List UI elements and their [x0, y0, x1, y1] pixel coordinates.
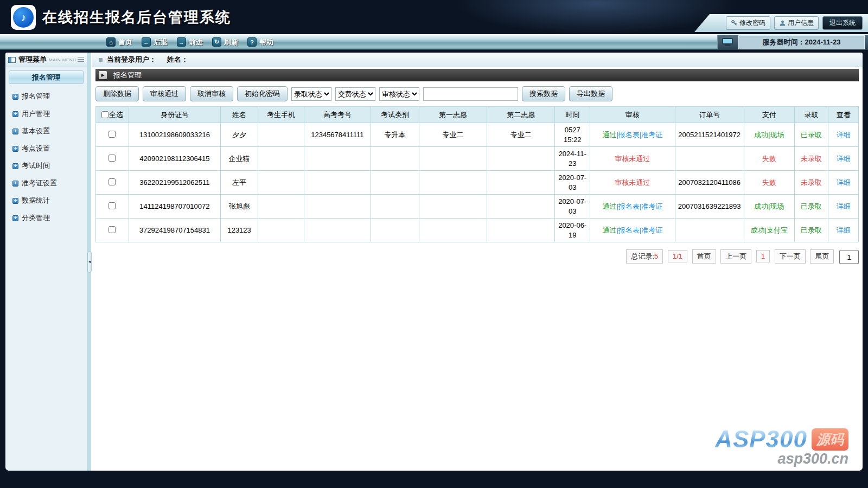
- nav-item-help[interactable]: ? 帮助: [247, 37, 273, 47]
- cell-phone: [258, 147, 304, 171]
- sidebar-item-exam-time[interactable]: +考试时间: [5, 157, 87, 175]
- sidebar-item-users[interactable]: +用户管理: [5, 105, 87, 123]
- payment-status-select[interactable]: 交费状态: [335, 87, 375, 101]
- col-exam-no: 高考考号: [304, 107, 371, 123]
- search-button[interactable]: 搜索数据: [522, 86, 565, 101]
- view-detail-link[interactable]: 详细: [837, 131, 851, 139]
- col-name: 姓名: [221, 107, 258, 123]
- audit-link[interactable]: 报名表: [618, 226, 640, 234]
- user-info-button[interactable]: 用户信息: [774, 16, 819, 30]
- sidebar-item-statistics[interactable]: +数据统计: [5, 192, 87, 209]
- cell-pay: 成功|现场: [744, 123, 794, 147]
- sidebar-group-header[interactable]: 报名管理: [9, 70, 84, 84]
- select-all-label: 全选: [109, 111, 123, 119]
- nav-item-back[interactable]: ← 后退: [142, 37, 168, 47]
- nav-right-section: 服务器时间：2024-11-23: [717, 35, 868, 49]
- view-detail-link[interactable]: 详细: [837, 178, 851, 187]
- col-time: 时间: [555, 107, 590, 123]
- audit-link[interactable]: 准考证: [641, 131, 662, 139]
- bullet-icon: [99, 58, 103, 62]
- reset-password-button[interactable]: 初始化密码: [237, 86, 288, 101]
- admission-status-select[interactable]: 录取状态: [291, 87, 331, 101]
- cell-choice1: [419, 171, 487, 195]
- cell-time: 2020-07- 03: [555, 171, 590, 195]
- table-row: 372924198707154831 123123 2020-06- 19 通过…: [96, 219, 859, 242]
- current-page[interactable]: 1: [756, 250, 770, 262]
- audit-link[interactable]: 报名表: [618, 131, 640, 139]
- audit-status: 审核未通过: [615, 178, 650, 187]
- main-content: 当前登录用户： 姓名： ▶ 报名管理 删除数据 审核通过 取消审核 初始化密码 …: [92, 53, 863, 471]
- audit-link[interactable]: 准考证: [641, 226, 662, 234]
- cell-name: 夕夕: [221, 123, 258, 147]
- hamburger-icon[interactable]: [78, 57, 84, 62]
- sidebar-item-basic-settings[interactable]: +基本设置: [5, 123, 87, 140]
- cell-phone: [258, 219, 304, 242]
- cell-order: 2005211521401972: [675, 123, 744, 147]
- page-number-input[interactable]: [839, 251, 859, 264]
- row-checkbox[interactable]: [108, 155, 116, 162]
- prev-page-button[interactable]: 上一页: [720, 249, 751, 264]
- change-password-button[interactable]: 修改密码: [726, 16, 770, 30]
- nav-menu: ⌂ 首页 ← 后退 → 前进 ↻ 刷新 ? 帮助: [0, 35, 717, 49]
- cell-admit: 已录取: [794, 195, 828, 219]
- select-all-checkbox[interactable]: [101, 111, 108, 118]
- table-header-row: 全选 身份证号 姓名 考生手机 高考考号 考试类别 第一志愿 第二志愿 时间 审…: [96, 107, 859, 123]
- cell-choice2: [487, 147, 555, 171]
- view-detail-link[interactable]: 详细: [837, 226, 851, 234]
- cell-pay: 成功|支付宝: [744, 219, 794, 242]
- plus-square-icon: +: [12, 94, 18, 100]
- sidebar-subtitle: MAIN MENU: [49, 57, 76, 62]
- admit-status: 已录取: [801, 202, 822, 210]
- sidebar-item-registration[interactable]: +报名管理: [5, 88, 87, 105]
- search-input[interactable]: [423, 87, 518, 101]
- col-id: 身份证号: [129, 107, 221, 123]
- cell-choice1: [419, 219, 487, 242]
- nav-item-refresh[interactable]: ↻ 刷新: [212, 37, 238, 47]
- logout-button[interactable]: 退出系统: [822, 16, 863, 30]
- audit-link[interactable]: 准考证: [641, 202, 662, 210]
- cell-exam-no: [304, 171, 371, 195]
- view-detail-link[interactable]: 详细: [837, 155, 851, 163]
- next-page-button[interactable]: 下一页: [775, 249, 806, 264]
- audit-link[interactable]: 报名表: [618, 202, 640, 210]
- view-detail-link[interactable]: 详细: [837, 202, 851, 210]
- col-admit: 录取: [794, 107, 828, 123]
- cell-choice1: 专业二: [419, 123, 487, 147]
- admit-status: 未录取: [801, 155, 822, 163]
- cancel-audit-button[interactable]: 取消审核: [190, 86, 233, 101]
- sidebar-header: 管理菜单 MAIN MENU: [5, 53, 87, 67]
- cell-choice1: [419, 147, 487, 171]
- layout-grid-icon: [8, 57, 16, 63]
- cell-phone: [258, 171, 304, 195]
- export-button[interactable]: 导出数据: [569, 86, 612, 101]
- audit-status: 通过: [602, 202, 616, 210]
- delete-data-button[interactable]: 删除数据: [95, 86, 139, 101]
- monitor-icon: [722, 38, 733, 47]
- cell-pay: 成功|现场: [744, 195, 794, 219]
- cell-time: 2020-06- 19: [555, 219, 590, 242]
- collapse-handle[interactable]: ◄: [87, 251, 92, 273]
- last-page-button[interactable]: 尾页: [810, 249, 834, 264]
- cell-exam-no: [304, 219, 371, 242]
- sidebar-splitter[interactable]: ◄: [87, 53, 92, 471]
- cell-admit: 已录取: [794, 123, 828, 147]
- page-ratio: 1/1: [668, 250, 687, 262]
- toolbar: 删除数据 审核通过 取消审核 初始化密码 录取状态 交费状态 审核状态 搜索数据…: [95, 86, 859, 101]
- row-checkbox[interactable]: [108, 178, 116, 185]
- col-audit: 审核: [590, 107, 675, 123]
- nav-item-home[interactable]: ⌂ 首页: [106, 37, 132, 47]
- sidebar-item-admission-ticket[interactable]: +准考证设置: [5, 175, 87, 192]
- row-checkbox[interactable]: [108, 131, 116, 138]
- row-checkbox[interactable]: [108, 226, 116, 233]
- sidebar-item-categories[interactable]: +分类管理: [5, 209, 87, 227]
- pay-status: 成功|现场: [754, 131, 784, 139]
- approve-button[interactable]: 审核通过: [143, 86, 186, 101]
- nav-item-forward[interactable]: → 前进: [177, 37, 203, 47]
- audit-status: 通过: [602, 131, 616, 139]
- total-records: 总记录:5: [626, 249, 663, 264]
- sidebar-item-exam-sites[interactable]: +考点设置: [5, 140, 87, 157]
- row-checkbox[interactable]: [108, 202, 116, 209]
- first-page-button[interactable]: 首页: [692, 249, 716, 264]
- col-choice2: 第二志愿: [487, 107, 555, 123]
- audit-status-select[interactable]: 审核状态: [379, 87, 419, 101]
